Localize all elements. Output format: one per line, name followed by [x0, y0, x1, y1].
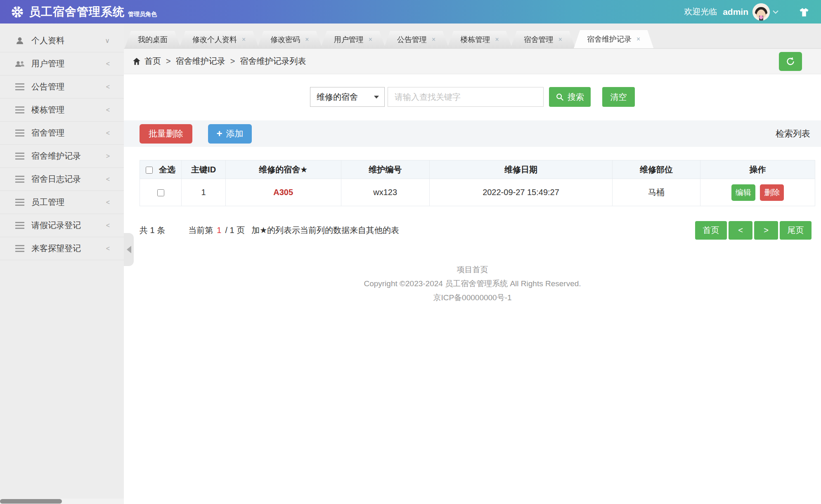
sidebar-item-announcements[interactable]: 公告管理 < [0, 75, 124, 99]
first-page-button[interactable]: 首页 [695, 221, 727, 240]
last-page-button[interactable]: 尾页 [780, 221, 812, 240]
users-icon [14, 59, 26, 68]
close-icon[interactable]: × [242, 36, 246, 43]
chevron-left-icon: < [106, 130, 110, 137]
close-icon[interactable]: × [636, 35, 640, 43]
tab-label: 公告管理 [397, 35, 427, 45]
tab-dorm-management[interactable]: 宿舍管理 × [511, 31, 575, 48]
horizontal-scrollbar-thumb[interactable] [0, 499, 62, 504]
table-row: 1 A305 wx123 2022-09-27 15:49:27 马桶 编辑 删… [140, 179, 815, 206]
records-table-wrap: 全选 主键ID 维修的宿舍★ 维护编号 维修日期 维修部位 操作 [140, 160, 815, 206]
close-icon[interactable]: × [432, 36, 435, 43]
search-row: 维修的宿舍 搜索 清空 [124, 87, 821, 107]
tab-label: 宿舍管理 [524, 35, 554, 45]
row-actions-cell: 编辑 删除 [700, 179, 815, 206]
pager-buttons: 首页 < > 尾页 [695, 221, 812, 240]
main-area: 我的桌面 修改个人资料 × 修改密码 × 用户管理 × 公告管理 × [124, 24, 821, 504]
tab-label: 宿舍维护记录 [587, 34, 632, 44]
close-icon[interactable]: × [495, 36, 499, 43]
chevron-right-icon: > [106, 153, 110, 160]
add-button-label: 添加 [226, 128, 244, 139]
refresh-button[interactable] [779, 52, 802, 71]
app-window: 员工宿舍管理系统 管理员角色 欢迎光临 admin [0, 0, 821, 504]
current-page-prefix: 当前第 [188, 225, 213, 236]
chevron-down-icon [374, 96, 379, 99]
sidebar-item-label: 用户管理 [31, 58, 64, 69]
column-header-dorm: 维修的宿舍★ [225, 160, 341, 179]
row-part-cell: 马桶 [613, 179, 700, 206]
tab-label: 修改密码 [270, 35, 300, 45]
star-note: 加★的列表示当前列的数据来自其他的表 [251, 225, 399, 236]
next-page-button[interactable]: > [754, 221, 778, 240]
search-input[interactable] [388, 87, 544, 107]
tab-maintenance-records[interactable]: 宿舍维护记录 × [574, 30, 653, 48]
app-title: 员工宿舍管理系统 [29, 4, 125, 20]
sidebar-item-profile[interactable]: 个人资料 ∨ [0, 29, 124, 52]
tab-edit-profile[interactable]: 修改个人资料 × [179, 31, 259, 48]
sidebar: 个人资料 ∨ 用户管理 < 公告管理 < 楼栋管理 < [0, 24, 124, 504]
batch-delete-button[interactable]: 批量删除 [140, 124, 192, 144]
content-panel: 维修的宿舍 搜索 清空 批量删除 + [124, 74, 821, 504]
list-icon [14, 176, 26, 183]
refresh-icon [786, 57, 795, 66]
sidebar-item-label: 公告管理 [31, 81, 64, 92]
delete-button[interactable]: 删除 [760, 184, 784, 201]
tab-my-desktop[interactable]: 我的桌面 [125, 31, 181, 48]
tab-announcement-management[interactable]: 公告管理 × [384, 31, 449, 48]
chevron-left-icon: < [106, 222, 110, 229]
theme-tshirt-icon[interactable] [798, 7, 810, 17]
footer-project-home-link[interactable]: 项目首页 [124, 263, 821, 277]
select-all-checkbox[interactable] [146, 167, 153, 174]
sidebar-item-label: 宿舍日志记录 [31, 174, 81, 185]
sidebar-item-users[interactable]: 用户管理 < [0, 52, 124, 75]
plus-icon: + [216, 129, 222, 139]
user-icon [14, 36, 26, 46]
sidebar-item-dorms[interactable]: 宿舍管理 < [0, 122, 124, 145]
tab-change-password[interactable]: 修改密码 × [257, 31, 322, 48]
chevron-left-icon: < [106, 106, 110, 114]
breadcrumb-level2: 宿舍维护记录列表 [240, 56, 306, 67]
close-icon[interactable]: × [369, 36, 372, 43]
triangle-left-icon [127, 246, 131, 253]
table-toolbar: 批量删除 + 添加 检索列表 [124, 120, 821, 147]
user-menu-chevron-down-icon[interactable] [772, 9, 779, 14]
sidebar-item-buildings[interactable]: 楼栋管理 < [0, 99, 124, 122]
sidebar-item-label: 员工管理 [31, 197, 64, 208]
avatar[interactable] [752, 3, 770, 21]
horizontal-scrollbar [0, 499, 124, 504]
sidebar-item-employees[interactable]: 员工管理 < [0, 191, 124, 214]
sidebar-item-maintenance-records[interactable]: 宿舍维护记录 > [0, 145, 124, 168]
close-icon[interactable]: × [305, 36, 309, 43]
sidebar-item-dorm-logs[interactable]: 宿舍日志记录 < [0, 168, 124, 191]
list-icon [14, 222, 26, 229]
breadcrumb-bar: 首页 > 宿舍维护记录 > 宿舍维护记录列表 [124, 49, 821, 74]
tab-label: 我的桌面 [138, 35, 168, 45]
search-button-label: 搜索 [568, 92, 584, 103]
chevron-down-icon: ∨ [105, 37, 110, 45]
clear-button[interactable]: 清空 [602, 87, 635, 107]
dorm-link[interactable]: A305 [273, 188, 293, 197]
footer-icp: 京ICP备00000000号-1 [124, 291, 821, 305]
welcome-text: 欢迎光临 [684, 6, 717, 17]
tab-label: 修改个人资料 [192, 35, 237, 45]
breadcrumb: 首页 > 宿舍维护记录 > 宿舍维护记录列表 [132, 56, 306, 67]
edit-button[interactable]: 编辑 [731, 184, 755, 201]
tab-bar: 我的桌面 修改个人资料 × 修改密码 × 用户管理 × 公告管理 × [124, 24, 821, 49]
sidebar-collapse-handle[interactable] [124, 233, 134, 266]
prev-page-button[interactable]: < [729, 221, 752, 240]
column-header-actions: 操作 [700, 160, 815, 179]
close-icon[interactable]: × [558, 36, 562, 43]
breadcrumb-separator: > [166, 57, 171, 66]
search-button[interactable]: 搜索 [549, 87, 591, 107]
tab-user-management[interactable]: 用户管理 × [321, 31, 386, 48]
tab-building-management[interactable]: 楼栋管理 × [447, 31, 512, 48]
add-button[interactable]: + 添加 [208, 124, 252, 144]
sidebar-item-leave-records[interactable]: 请假记录登记 < [0, 214, 124, 237]
tab-label: 楼栋管理 [460, 35, 490, 45]
row-checkbox[interactable] [157, 189, 164, 196]
row-code-cell: wx123 [341, 179, 429, 206]
filter-select[interactable]: 维修的宿舍 [310, 87, 385, 107]
sidebar-item-visitor-registration[interactable]: 来客探望登记 < [0, 237, 124, 260]
breadcrumb-home[interactable]: 首页 [132, 56, 161, 67]
list-icon [14, 106, 26, 113]
